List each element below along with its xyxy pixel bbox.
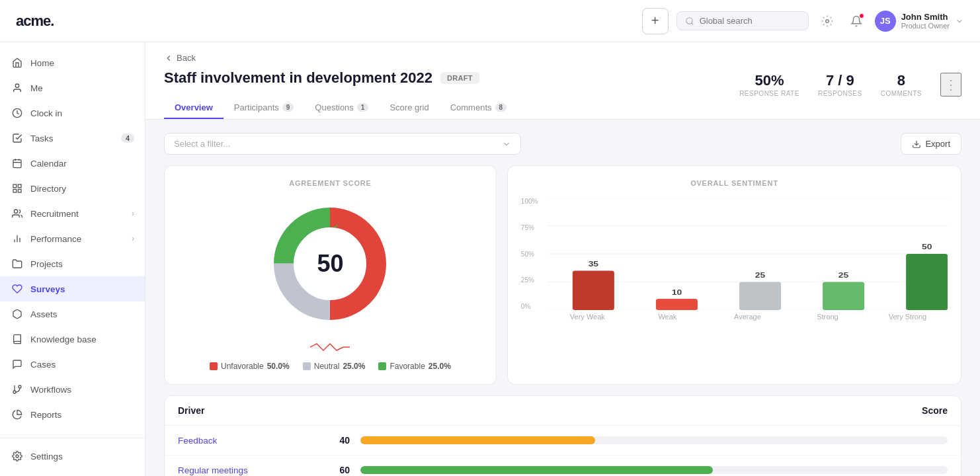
sidebar-item-label: Recruitment: [30, 209, 79, 219]
sidebar-item-performance[interactable]: Performance ›: [0, 226, 145, 251]
stat-responses-value: 7 / 9: [818, 72, 862, 89]
sidebar-item-assets[interactable]: Assets: [0, 301, 145, 327]
tab-label: Overview: [175, 102, 213, 112]
score-header-label: Score: [922, 405, 948, 416]
sidebar-item-label: Reports: [30, 410, 61, 420]
folder-icon: [11, 257, 24, 270]
bulb-icon-btn[interactable]: [817, 11, 838, 32]
back-button[interactable]: Back: [164, 53, 961, 63]
svg-point-2: [825, 19, 829, 22]
sidebar-item-label: Knowledge base: [30, 335, 97, 344]
git-branch-icon: [11, 383, 24, 396]
user-menu[interactable]: JS John Smith Product Owner: [875, 11, 964, 32]
search-box[interactable]: [676, 11, 809, 30]
stat-comments: 8 COMMENTS: [881, 72, 922, 97]
driver-name: Regular meetings: [178, 465, 310, 475]
tab-participants[interactable]: Participants9: [224, 97, 304, 119]
sidebar-item-projects[interactable]: Projects: [0, 251, 145, 276]
svg-rect-12: [13, 189, 17, 192]
sidebar-item-directory[interactable]: Directory: [0, 176, 145, 201]
svg-text:35: 35: [588, 260, 598, 268]
heart-icon: [11, 282, 24, 296]
legend-pct: 25.0%: [429, 362, 451, 371]
avatar: JS: [875, 11, 896, 32]
x-label-weak: Weak: [644, 313, 690, 321]
stat-responses: 7 / 9 RESPONSES: [818, 72, 862, 97]
x-label-very-weak: Very Weak: [564, 313, 610, 321]
tab-count: 8: [495, 103, 507, 112]
filter-select[interactable]: Select a filter...: [164, 133, 521, 155]
more-options-button[interactable]: ⋮: [940, 73, 961, 97]
bulb-icon: [821, 15, 833, 27]
user-role: Product Owner: [901, 22, 950, 30]
settings-icon: [11, 450, 24, 463]
search-icon: [685, 17, 694, 26]
stat-response-rate-label: RESPONSE RATE: [739, 90, 799, 97]
wave-decoration: [310, 340, 350, 354]
sidebar-item-recruitment[interactable]: Recruitment ›: [0, 201, 145, 226]
sidebar-item-cases[interactable]: Cases: [0, 352, 145, 377]
topnav: acme. + JS John Smith Product Owner: [0, 0, 980, 42]
tab-score-grid[interactable]: Score grid: [379, 97, 439, 119]
plus-icon: +: [651, 13, 659, 28]
svg-rect-37: [823, 282, 864, 311]
tab-questions[interactable]: Questions1: [304, 97, 379, 119]
tab-comments[interactable]: Comments8: [440, 97, 517, 119]
legend-label: Neutral: [314, 362, 340, 371]
score-bar-wrap: [360, 436, 948, 444]
sidebar-item-reports[interactable]: Reports: [0, 402, 145, 427]
page-title-row: Staff involvement in development 2022 Dr…: [164, 69, 479, 87]
svg-point-18: [19, 385, 21, 388]
user-text: John Smith Product Owner: [901, 12, 950, 30]
driver-row[interactable]: Regular meetings 60: [165, 456, 961, 476]
sidebar-item-me[interactable]: Me: [0, 75, 145, 100]
legend-item: Favorable 25.0%: [378, 362, 450, 371]
sidebar-item-label: Cases: [30, 360, 56, 370]
sidebar-item-home[interactable]: Home: [0, 50, 145, 75]
y-label-25: 25%: [521, 276, 538, 284]
sidebar-item-calendar[interactable]: Calendar: [0, 151, 145, 176]
pie-chart-icon: [11, 408, 24, 421]
overall-sentiment-title: OVERALL SENTIMENT: [521, 179, 948, 187]
notification-btn[interactable]: [846, 11, 867, 32]
legend-color: [210, 362, 218, 370]
svg-text:10: 10: [672, 288, 682, 296]
x-label-very-strong: Very Strong: [884, 313, 930, 321]
chevron-down-icon: [955, 17, 964, 26]
legend-label: Favorable: [389, 362, 425, 371]
sidebar-badge: 4: [121, 134, 134, 143]
sidebar-item-label: Assets: [30, 309, 58, 319]
y-label-0: 0%: [521, 303, 538, 310]
legend-pct: 50.0%: [267, 362, 290, 371]
agreement-score-title: AGREEMENT SCORE: [178, 179, 483, 187]
export-button[interactable]: Export: [901, 133, 961, 155]
svg-point-19: [13, 391, 16, 393]
tab-label: Comments: [450, 102, 492, 112]
user-name: John Smith: [901, 12, 950, 22]
score-bar-wrap: [360, 466, 948, 474]
driver-row[interactable]: Feedback 40: [165, 426, 961, 456]
legend-item: Neutral 25.0%: [303, 362, 366, 371]
sidebar-item-knowledge-base[interactable]: Knowledge base: [0, 327, 145, 352]
svg-rect-33: [656, 299, 698, 310]
tab-overview[interactable]: Overview: [164, 97, 224, 119]
svg-point-13: [14, 210, 17, 213]
sidebar-item-workflows[interactable]: Workflows: [0, 377, 145, 402]
sidebar-item-label: Projects: [30, 259, 63, 269]
main-layout: Home Me Clock in Tasks 4 Calendar Direct…: [0, 42, 980, 476]
sidebar-item-clock-in[interactable]: Clock in: [0, 100, 145, 126]
clock-icon: [11, 106, 24, 120]
add-button[interactable]: +: [642, 8, 669, 34]
sidebar-item-collapse[interactable]: Collapse: [0, 469, 145, 476]
driver-header: Driver Score: [165, 396, 961, 426]
sidebar-item-surveys[interactable]: Surveys: [0, 276, 145, 301]
svg-rect-9: [13, 184, 17, 188]
sidebar-item-tasks[interactable]: Tasks 4: [0, 126, 145, 151]
svg-rect-35: [739, 282, 781, 311]
agreement-score-card: AGREEMENT SCORE 50: [164, 165, 497, 385]
sidebar-item-settings[interactable]: Settings: [0, 444, 145, 469]
charts-row: AGREEMENT SCORE 50: [164, 165, 961, 385]
search-input[interactable]: [700, 16, 792, 26]
y-label-50: 50%: [521, 251, 538, 258]
x-label-strong: Strong: [804, 313, 850, 321]
